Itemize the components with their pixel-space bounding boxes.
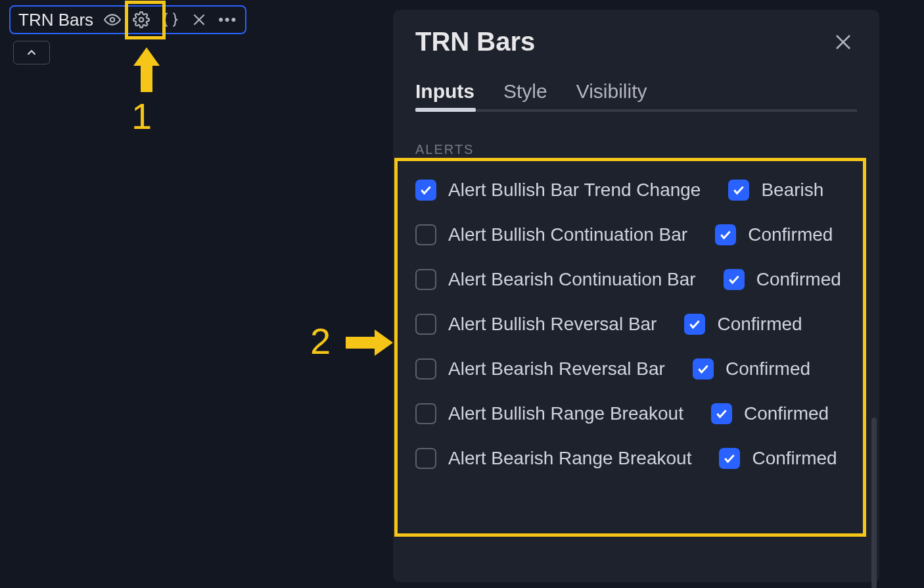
- alert-secondary-checkbox[interactable]: [719, 448, 740, 469]
- alert-row: Alert Bearish Continuation BarConfirmed: [415, 269, 857, 290]
- alert-secondary-label: Confirmed: [717, 314, 802, 335]
- alert-primary-label: Alert Bearish Range Breakout: [448, 448, 691, 469]
- tab-inputs[interactable]: Inputs: [415, 80, 474, 103]
- alert-secondary-label: Confirmed: [726, 358, 810, 380]
- indicator-title: TRN Bars: [18, 10, 93, 30]
- alert-primary-checkbox[interactable]: [415, 224, 436, 245]
- annotation-arrow-2: [375, 330, 393, 356]
- alert-secondary-checkbox[interactable]: [693, 358, 714, 380]
- svg-point-1: [139, 18, 144, 22]
- alert-row: Alert Bullish Range BreakoutConfirmed: [415, 403, 857, 424]
- gear-icon[interactable]: [131, 10, 151, 30]
- indicator-legend-pill[interactable]: TRN Bars •••: [9, 5, 246, 34]
- alert-primary-checkbox[interactable]: [415, 358, 436, 380]
- alert-secondary-label: Bearish: [761, 180, 823, 201]
- dialog-tabs: Inputs Style Visibility: [415, 80, 857, 112]
- more-icon[interactable]: •••: [218, 11, 237, 28]
- alert-secondary-checkbox[interactable]: [684, 314, 705, 335]
- alert-primary-label: Alert Bullish Continuation Bar: [448, 224, 687, 245]
- annotation-arrow-2-shaft: [346, 337, 376, 349]
- alerts-rows: Alert Bullish Bar Trend ChangeBearishAle…: [415, 180, 857, 469]
- alert-primary-checkbox[interactable]: [415, 403, 436, 424]
- dialog-title: TRN Bars: [415, 27, 535, 57]
- alert-primary-label: Alert Bullish Bar Trend Change: [448, 180, 701, 201]
- annotation-arrow-1: [133, 47, 160, 66]
- annotation-label-1: 1: [131, 95, 152, 137]
- source-code-icon[interactable]: [160, 10, 180, 30]
- tab-style[interactable]: Style: [503, 80, 547, 103]
- svg-point-0: [110, 18, 115, 22]
- alert-secondary-label: Confirmed: [748, 224, 833, 245]
- alert-secondary-checkbox[interactable]: [711, 403, 732, 424]
- alert-row: Alert Bullish Continuation BarConfirmed: [415, 224, 857, 245]
- annotation-arrow-1-shaft: [141, 64, 152, 92]
- dialog-close-button[interactable]: [829, 28, 857, 56]
- active-tab-underline: [415, 108, 476, 112]
- alert-secondary-label: Confirmed: [752, 448, 837, 469]
- alert-row: Alert Bullish Bar Trend ChangeBearish: [415, 180, 857, 201]
- alert-primary-label: Alert Bullish Range Breakout: [448, 403, 683, 424]
- close-icon[interactable]: [189, 10, 209, 30]
- alert-row: Alert Bearish Range BreakoutConfirmed: [415, 448, 857, 469]
- section-title-alerts: ALERTS: [415, 142, 857, 157]
- alert-primary-checkbox[interactable]: [415, 314, 436, 335]
- alert-secondary-checkbox[interactable]: [724, 269, 745, 290]
- alert-primary-checkbox[interactable]: [415, 448, 436, 469]
- settings-dialog: TRN Bars Inputs Style Visibility ALERTS …: [393, 10, 879, 582]
- alert-primary-label: Alert Bearish Reversal Bar: [448, 358, 665, 380]
- eye-icon[interactable]: [103, 10, 122, 30]
- alert-primary-checkbox[interactable]: [415, 269, 436, 290]
- alert-secondary-label: Confirmed: [756, 269, 841, 290]
- alert-row: Alert Bearish Reversal BarConfirmed: [415, 358, 857, 380]
- alert-secondary-checkbox[interactable]: [715, 224, 736, 245]
- collapse-button[interactable]: [13, 41, 50, 64]
- tab-visibility[interactable]: Visibility: [576, 80, 647, 103]
- scrollbar-thumb[interactable]: [871, 418, 877, 588]
- alert-secondary-label: Confirmed: [744, 403, 829, 424]
- alert-primary-label: Alert Bullish Reversal Bar: [448, 314, 657, 335]
- alert-primary-checkbox[interactable]: [415, 180, 436, 201]
- alert-primary-label: Alert Bearish Continuation Bar: [448, 269, 696, 290]
- annotation-label-2: 2: [310, 320, 331, 362]
- alert-row: Alert Bullish Reversal BarConfirmed: [415, 314, 857, 335]
- alert-secondary-checkbox[interactable]: [728, 180, 749, 201]
